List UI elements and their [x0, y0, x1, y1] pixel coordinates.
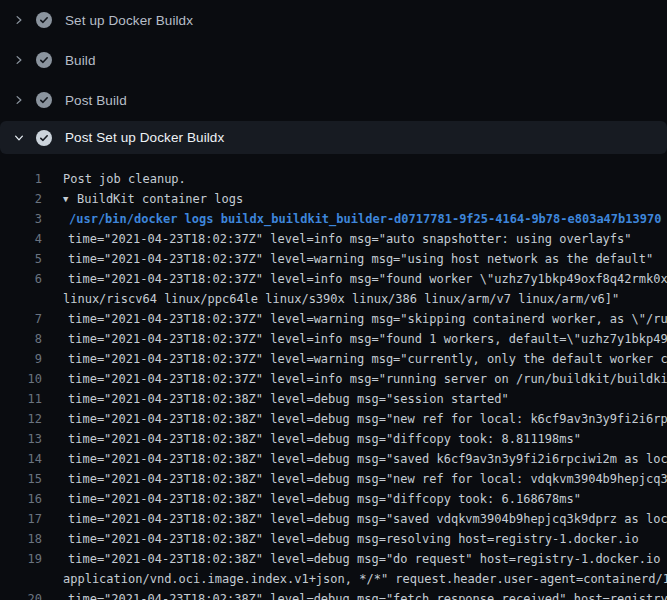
log-line-content: time="2021-04-23T18:02:38Z" level=debug … [63, 549, 667, 569]
step-label: Post Set up Docker Buildx [65, 130, 224, 145]
step-label: Set up Docker Buildx [65, 13, 193, 28]
check-circle-icon [36, 52, 52, 68]
line-number-link[interactable] [0, 569, 42, 589]
log-line-text: time="2021-04-23T18:02:38Z" level=debug … [63, 469, 667, 489]
log-line-content: time="2021-04-23T18:02:38Z" level=debug … [63, 409, 667, 429]
log-line: 5 time="2021-04-23T18:02:37Z" level=warn… [0, 249, 667, 269]
step-row-post-set-up-docker-buildx[interactable]: Post Set up Docker Buildx [0, 121, 667, 154]
log-line-text: time="2021-04-23T18:02:37Z" level=info m… [63, 329, 667, 349]
line-number-link[interactable]: 4 [0, 229, 42, 249]
line-number-link[interactable]: 3 [0, 209, 42, 229]
log-line: 20 time="2021-04-23T18:02:38Z" level=deb… [0, 589, 667, 600]
log-line: 11 time="2021-04-23T18:02:38Z" level=deb… [0, 389, 667, 409]
log-line-content: time="2021-04-23T18:02:37Z" level=warnin… [63, 309, 667, 329]
log-line: 13 time="2021-04-23T18:02:38Z" level=deb… [0, 429, 667, 449]
log-line-text: time="2021-04-23T18:02:38Z" level=debug … [63, 549, 667, 569]
log-line-text: time="2021-04-23T18:02:38Z" level=debug … [63, 489, 581, 509]
chevron-right-icon [12, 93, 26, 107]
line-number-link[interactable] [0, 289, 42, 309]
line-number-link[interactable]: 18 [0, 529, 42, 549]
log-line-text: time="2021-04-23T18:02:37Z" level=info m… [63, 229, 632, 249]
log-line-text: time="2021-04-23T18:02:38Z" level=debug … [63, 509, 667, 529]
log-line-content: /usr/bin/docker logs buildx_buildkit_bui… [63, 209, 661, 229]
step-row-post-build[interactable]: Post Build [0, 80, 667, 120]
line-number-link[interactable]: 7 [0, 309, 42, 329]
log-line: 6 time="2021-04-23T18:02:37Z" level=info… [0, 269, 667, 289]
log-line: 7 time="2021-04-23T18:02:37Z" level=warn… [0, 309, 667, 329]
chevron-down-icon [12, 131, 26, 145]
log-line: 12 time="2021-04-23T18:02:38Z" level=deb… [0, 409, 667, 429]
log-line-text: linux/riscv64 linux/ppc64le linux/s390x … [63, 289, 619, 309]
log-line-content: time="2021-04-23T18:02:37Z" level=warnin… [63, 349, 667, 369]
check-circle-icon [36, 92, 52, 108]
line-number-link[interactable]: 12 [0, 409, 42, 429]
line-number-link[interactable]: 2 [0, 189, 42, 209]
log-line-content: time="2021-04-23T18:02:38Z" level=debug … [63, 429, 581, 449]
log-line-content: time="2021-04-23T18:02:38Z" level=debug … [63, 449, 667, 469]
log-line: 8 time="2021-04-23T18:02:37Z" level=info… [0, 329, 667, 349]
line-number-link[interactable]: 5 [0, 249, 42, 269]
log-line-text: time="2021-04-23T18:02:37Z" level=info m… [63, 369, 667, 389]
log-line: 16 time="2021-04-23T18:02:38Z" level=deb… [0, 489, 667, 509]
log-line-text: time="2021-04-23T18:02:37Z" level=warnin… [63, 349, 667, 369]
log-line: 9 time="2021-04-23T18:02:37Z" level=warn… [0, 349, 667, 369]
line-number-link[interactable]: 10 [0, 369, 42, 389]
line-number-link[interactable]: 20 [0, 589, 42, 600]
log-line: 4 time="2021-04-23T18:02:37Z" level=info… [0, 229, 667, 249]
log-line: 18 time="2021-04-23T18:02:38Z" level=deb… [0, 529, 667, 549]
log-line-content: time="2021-04-23T18:02:38Z" level=debug … [63, 389, 509, 409]
group-toggle-triangle-icon[interactable]: ▼ [63, 189, 77, 209]
step-row-build[interactable]: Build [0, 40, 667, 80]
step-label: Post Build [65, 93, 127, 108]
check-circle-icon [36, 12, 52, 28]
log-line-content: time="2021-04-23T18:02:37Z" level=info m… [63, 229, 632, 249]
log-line: 2 ▼ BuildKit container logs [0, 189, 667, 209]
log-line: linux/riscv64 linux/ppc64le linux/s390x … [0, 289, 667, 309]
line-number-link[interactable]: 14 [0, 449, 42, 469]
log-line-text: time="2021-04-23T18:02:38Z" level=debug … [63, 449, 667, 469]
log-line-content: time="2021-04-23T18:02:37Z" level=warnin… [63, 249, 653, 269]
line-number-link[interactable]: 19 [0, 549, 42, 569]
log-line-content: time="2021-04-23T18:02:38Z" level=debug … [63, 469, 667, 489]
log-line-text: time="2021-04-23T18:02:38Z" level=debug … [63, 409, 667, 429]
chevron-right-icon [12, 13, 26, 27]
step-label: Build [65, 53, 96, 68]
log-line-text: application/vnd.oci.image.index.v1+json,… [63, 569, 667, 589]
line-number-link[interactable]: 15 [0, 469, 42, 489]
log-line-text: time="2021-04-23T18:02:38Z" level=debug … [63, 389, 509, 409]
line-number-link[interactable]: 13 [0, 429, 42, 449]
log-line-content: Post job cleanup. [63, 169, 186, 189]
line-number-link[interactable]: 1 [0, 169, 42, 189]
log-line-content: time="2021-04-23T18:02:37Z" level=info m… [63, 369, 667, 389]
log-line-text: time="2021-04-23T18:02:38Z" level=debug … [63, 589, 667, 600]
line-number-link[interactable]: 11 [0, 389, 42, 409]
line-number-link[interactable]: 9 [0, 349, 42, 369]
log-line-text: time="2021-04-23T18:02:38Z" level=debug … [63, 529, 639, 549]
log-line-text: Post job cleanup. [63, 169, 186, 189]
log-line-text: BuildKit container logs [77, 189, 243, 209]
log-line-text: time="2021-04-23T18:02:37Z" level=warnin… [63, 309, 667, 329]
log-line: 10 time="2021-04-23T18:02:37Z" level=inf… [0, 369, 667, 389]
log-line: 17 time="2021-04-23T18:02:38Z" level=deb… [0, 509, 667, 529]
log-lines: 1 Post job cleanup. 2 ▼ BuildKit contain… [0, 169, 667, 600]
line-number-link[interactable]: 8 [0, 329, 42, 349]
log-line-text: /usr/bin/docker logs buildx_buildkit_bui… [63, 209, 661, 229]
log-line-text: time="2021-04-23T18:02:37Z" level=info m… [63, 269, 667, 289]
log-line: application/vnd.oci.image.index.v1+json,… [0, 569, 667, 589]
line-number-link[interactable]: 6 [0, 269, 42, 289]
log-line: 19 time="2021-04-23T18:02:38Z" level=deb… [0, 549, 667, 569]
log-line: 3 /usr/bin/docker logs buildx_buildkit_b… [0, 209, 667, 229]
log-line-content: time="2021-04-23T18:02:38Z" level=debug … [63, 589, 667, 600]
log-line-text: time="2021-04-23T18:02:38Z" level=debug … [63, 429, 581, 449]
log-line: 15 time="2021-04-23T18:02:38Z" level=deb… [0, 469, 667, 489]
log-line: 14 time="2021-04-23T18:02:38Z" level=deb… [0, 449, 667, 469]
log-line-content: time="2021-04-23T18:02:38Z" level=debug … [63, 529, 639, 549]
step-row-set-up-docker-buildx[interactable]: Set up Docker Buildx [0, 0, 667, 40]
log-line-content: time="2021-04-23T18:02:37Z" level=info m… [63, 329, 667, 349]
log-line-content: ▼ BuildKit container logs [63, 189, 243, 209]
line-number-link[interactable]: 16 [0, 489, 42, 509]
actions-log-viewer: Set up Docker Buildx Build Post Build Po… [0, 0, 667, 600]
log-line-content: linux/riscv64 linux/ppc64le linux/s390x … [63, 289, 619, 309]
log-line: 1 Post job cleanup. [0, 169, 667, 189]
line-number-link[interactable]: 17 [0, 509, 42, 529]
